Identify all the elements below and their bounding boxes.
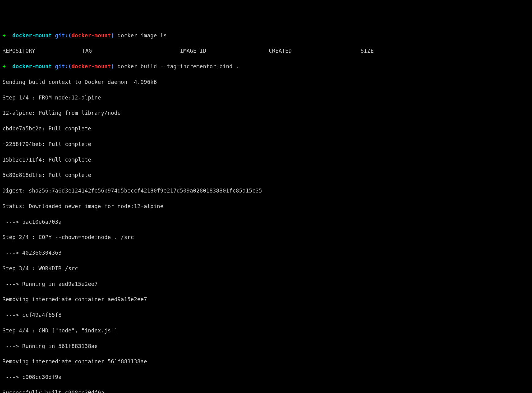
git-label: git:( bbox=[55, 32, 72, 39]
git-label: git:( bbox=[55, 63, 72, 69]
prompt-arrow-icon: ➜ bbox=[2, 63, 6, 69]
git-close: ) bbox=[111, 63, 114, 69]
col-repo-header: REPOSITORY bbox=[2, 47, 82, 55]
build-line: Removing intermediate container 561f8831… bbox=[2, 358, 530, 365]
command-2: docker build --tag=incrementor-bind . bbox=[118, 63, 239, 69]
git-close: ) bbox=[111, 32, 114, 39]
prompt-dir: docker-mount bbox=[12, 32, 52, 39]
build-line: 5c89d818d1fe: Pull complete bbox=[2, 171, 530, 179]
build-line: Sending build context to Docker daemon 4… bbox=[2, 78, 530, 86]
build-line: 15bb2c1711f4: Pull complete bbox=[2, 156, 530, 164]
table1-header: REPOSITORYTAGIMAGE IDCREATEDSIZE bbox=[2, 47, 530, 55]
prompt-line-1[interactable]: ➜ docker-mount git:(docker-mount) docker… bbox=[2, 32, 530, 39]
build-line: cbdbe7a5bc2a: Pull complete bbox=[2, 125, 530, 133]
build-line: Step 3/4 : WORKDIR /src bbox=[2, 265, 530, 272]
col-size-header: SIZE bbox=[361, 47, 382, 55]
build-line: Successfully built c908cc30df9a bbox=[2, 389, 530, 393]
build-line: ---> ccf49a4f65f8 bbox=[2, 311, 530, 319]
build-line: f2258f794beb: Pull complete bbox=[2, 140, 530, 148]
prompt-dir: docker-mount bbox=[12, 63, 52, 69]
prompt-line-2[interactable]: ➜ docker-mount git:(docker-mount) docker… bbox=[2, 63, 530, 70]
build-line: Status: Downloaded newer image for node:… bbox=[2, 203, 530, 210]
build-line: ---> c908cc30df9a bbox=[2, 373, 530, 381]
col-id-header: IMAGE ID bbox=[180, 47, 269, 55]
git-branch: docker-mount bbox=[72, 63, 111, 69]
build-line: Step 2/4 : COPY --chown=node:node . /src bbox=[2, 234, 530, 241]
col-tag-header: TAG bbox=[82, 47, 180, 55]
build-line: Step 4/4 : CMD ["node", "index.js"] bbox=[2, 327, 530, 335]
col-created-header: CREATED bbox=[269, 47, 361, 55]
build-line: ---> 402360304363 bbox=[2, 249, 530, 257]
build-line: ---> Running in 561f883138ae bbox=[2, 342, 530, 350]
build-line: 12-alpine: Pulling from library/node bbox=[2, 109, 530, 117]
build-line: ---> bac10e6a703a bbox=[2, 218, 530, 226]
command-1: docker image ls bbox=[118, 32, 167, 39]
build-line: Removing intermediate container aed9a15e… bbox=[2, 296, 530, 303]
git-branch: docker-mount bbox=[72, 32, 111, 39]
build-line: Digest: sha256:7a6d3e124142fe56b974d5bec… bbox=[2, 187, 530, 195]
prompt-arrow-icon: ➜ bbox=[2, 32, 6, 39]
build-line: Step 1/4 : FROM node:12-alpine bbox=[2, 94, 530, 102]
build-line: ---> Running in aed9a15e2ee7 bbox=[2, 280, 530, 288]
